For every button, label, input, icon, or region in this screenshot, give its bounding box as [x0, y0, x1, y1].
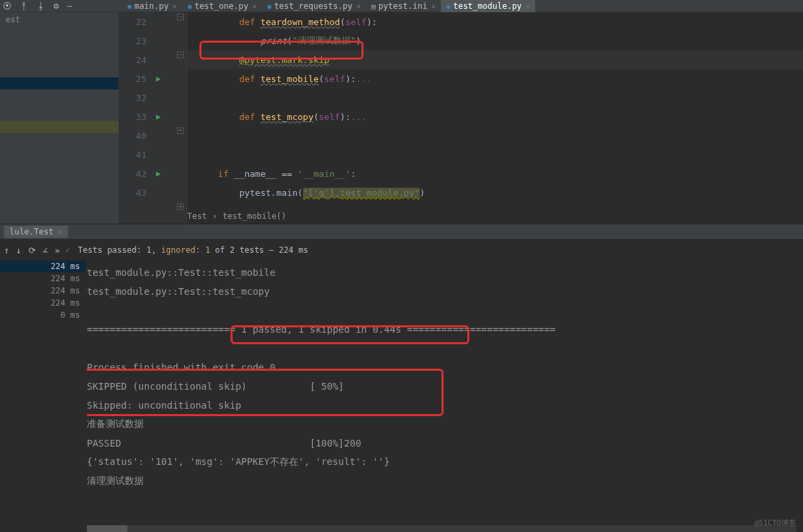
tab-testrequests[interactable]: ●test_requests.py×	[262, 0, 366, 12]
python-icon: ●	[267, 3, 271, 10]
console-output[interactable]: test_module.py::Test::test_mobile test_m…	[87, 263, 796, 525]
tool-window-tab-bar: lule.Test×	[0, 224, 803, 240]
collapse-up-icon[interactable]: ↑	[4, 245, 9, 255]
watermark: @51CTO博客	[754, 518, 796, 528]
tree-row[interactable]: 224 ms	[0, 260, 85, 272]
test-status: ✓ Tests passed: 1, ignored: 1 of 2 tests…	[65, 245, 308, 255]
tool-tab-test[interactable]: lule.Test×	[4, 226, 68, 238]
rerun-icon[interactable]: ⟳	[28, 245, 36, 255]
tab-main[interactable]: ●main.py×	[122, 0, 182, 12]
main-area: est 22− 23− 24 25▶+ 32 33▶+ 40 41 42▶ 43…	[0, 12, 803, 224]
chevron-right-icon: ›	[212, 211, 217, 221]
tab-testmodule[interactable]: ●test_module.py×	[441, 0, 535, 12]
run-icon[interactable]: ▶	[156, 112, 161, 121]
sidebar-selected-row[interactable]	[0, 77, 119, 89]
python-icon: ●	[128, 3, 132, 10]
expand-down-icon[interactable]: ↓	[16, 245, 22, 255]
check-icon: ✓	[65, 245, 70, 255]
show-stats-icon[interactable]: ∠	[43, 245, 48, 255]
close-icon[interactable]: ×	[526, 3, 530, 10]
code-area[interactable]: def teardown_method(self): print("清理测试数据…	[187, 12, 803, 224]
breadcrumb-item[interactable]: test_mobile()	[222, 211, 286, 221]
python-icon: ●	[446, 3, 450, 10]
sidebar-item-label: est	[0, 12, 119, 27]
close-icon[interactable]: ×	[252, 3, 256, 10]
breadcrumb-item[interactable]: Test	[187, 211, 207, 221]
fold-icon[interactable]: −	[177, 14, 184, 20]
upload-icon[interactable]: ⭱	[20, 1, 28, 11]
run-icon[interactable]: ▶	[156, 74, 161, 83]
tree-row[interactable]: 224 ms	[0, 285, 85, 297]
close-icon[interactable]: ×	[431, 3, 435, 10]
run-icon[interactable]: ▶	[156, 169, 161, 178]
close-icon[interactable]: ×	[58, 227, 62, 237]
gear-icon[interactable]: ⚙	[54, 1, 59, 11]
code-editor[interactable]: 22− 23− 24 25▶+ 32 33▶+ 40 41 42▶ 43 def…	[119, 12, 803, 224]
close-icon[interactable]: ×	[357, 3, 361, 10]
tree-row[interactable]: 224 ms	[0, 297, 85, 309]
sidebar-highlighted-row[interactable]	[0, 121, 119, 133]
minimize-icon[interactable]: —	[67, 1, 73, 11]
globe-icon[interactable]: ⦿	[3, 1, 12, 11]
run-toolbar: ↑ ↓ ⟳ ∠ » ✓ Tests passed: 1, ignored: 1 …	[0, 240, 803, 260]
download-icon[interactable]: ⭳	[37, 1, 45, 11]
tab-testone[interactable]: ●test_one.py×	[182, 0, 262, 12]
fold-icon[interactable]: +	[177, 203, 184, 210]
horizontal-scrollbar[interactable]	[87, 525, 796, 532]
close-icon[interactable]: ×	[173, 3, 177, 10]
tab-pytestini[interactable]: ▤pytest.ini×	[366, 0, 441, 12]
test-tree[interactable]: 224 ms 224 ms 224 ms 224 ms 0 ms	[0, 260, 85, 321]
breadcrumb[interactable]: Test › test_mobile()	[187, 209, 286, 224]
project-sidebar[interactable]: est	[0, 12, 119, 224]
python-icon: ●	[188, 3, 192, 10]
more-icon[interactable]: »	[54, 245, 60, 255]
tree-row[interactable]: 0 ms	[0, 309, 85, 321]
tree-row[interactable]: 224 ms	[0, 272, 85, 285]
editor-tabs: ●main.py× ●test_one.py× ●test_requests.p…	[122, 0, 535, 12]
file-icon: ▤	[372, 3, 376, 10]
gutter: 22− 23− 24 25▶+ 32 33▶+ 40 41 42▶ 43	[119, 12, 187, 224]
scrollbar-thumb[interactable]	[87, 525, 128, 532]
